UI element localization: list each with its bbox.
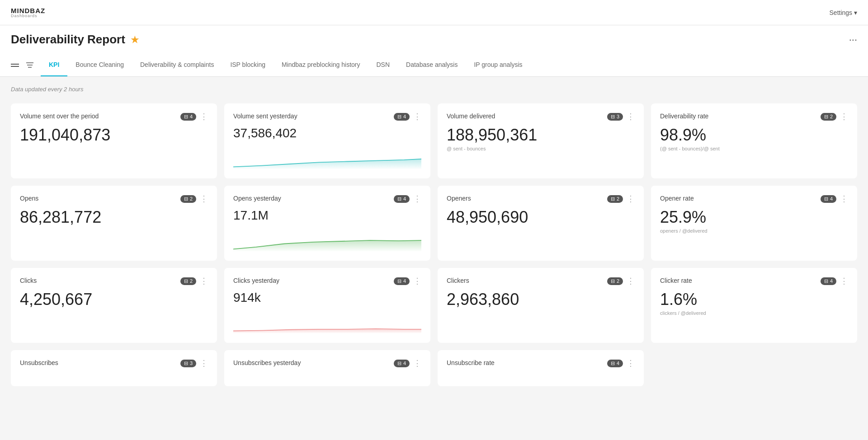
kpi-actions-opener-rate: ⊟ 4 ⋮ (821, 195, 848, 203)
kpi-more-clickers[interactable]: ⋮ (627, 277, 635, 285)
kpi-card-opens: Opens ⊟ 2 ⋮ 86,281,772 (11, 186, 217, 261)
filter-badge-unsubscribe-rate[interactable]: ⊟ 4 (607, 360, 623, 367)
kpi-sub-deliverability-rate: (@ sent - bounces)/@ sent (660, 146, 848, 151)
filter-badge-volume-delivered[interactable]: ⊟ 3 (607, 113, 623, 121)
kpi-card-clicks: Clicks ⊟ 2 ⋮ 4,250,667 (11, 268, 217, 343)
kpi-actions-clicks-yesterday: ⊟ 4 ⋮ (394, 277, 421, 285)
kpi-value-openers: 48,950,690 (447, 208, 635, 226)
filter-icon: ⊟ (611, 278, 615, 284)
filter-icon: ⊟ (184, 278, 188, 284)
filter-badge-opens[interactable]: ⊟ 2 (180, 195, 196, 203)
tab-dsn[interactable]: DSN (368, 54, 398, 76)
kpi-more-volume-sent-yesterday[interactable]: ⋮ (413, 112, 421, 121)
filter-icon: ⊟ (397, 360, 401, 366)
kpi-actions-clicker-rate: ⊟ 4 ⋮ (821, 277, 848, 285)
filter-icon: ⊟ (397, 114, 401, 120)
tab-database-analysis[interactable]: Database analysis (398, 54, 466, 76)
kpi-actions-deliverability-rate: ⊟ 2 ⋮ (821, 112, 848, 121)
kpi-more-unsubscribe-rate[interactable]: ⋮ (627, 359, 635, 367)
kpi-card-deliverability-rate: Deliverability rate ⊟ 2 ⋮ 98.9% (@ sent … (651, 103, 857, 178)
kpi-actions-volume-sent-yesterday: ⊟ 4 ⋮ (394, 112, 421, 121)
kpi-more-volume-sent-period[interactable]: ⋮ (200, 112, 208, 121)
sidebar-toggle-button[interactable] (11, 60, 19, 70)
kpi-card-clicker-rate: Clicker rate ⊟ 4 ⋮ 1.6% clickers / @deli… (651, 268, 857, 343)
filter-icon: ⊟ (611, 196, 615, 202)
tab-kpi[interactable]: KPI (41, 54, 67, 76)
kpi-title-volume-delivered: Volume delivered (447, 112, 495, 120)
kpi-title-volume-sent-yesterday: Volume sent yesterday (233, 112, 297, 120)
kpi-more-clicker-rate[interactable]: ⋮ (840, 277, 848, 285)
kpi-title-opens: Opens (20, 195, 38, 202)
tab-deliverability-complaints[interactable]: Deliverability & complaints (132, 54, 222, 76)
logo: MINDBAZ Dashboards (11, 7, 45, 18)
kpi-value-opens-yesterday: 17.1M (233, 208, 421, 223)
kpi-title-openers: Openers (447, 195, 471, 202)
tab-mindbaz-preblocking[interactable]: Mindbaz preblocking history (274, 54, 368, 76)
filter-icon: ⊟ (611, 360, 615, 366)
kpi-card-unsubscribe-rate: Unsubscribe rate ⊟ 4 ⋮ (438, 350, 644, 386)
filter-icon: ⊟ (824, 196, 828, 202)
filter-toggle-button[interactable] (26, 58, 33, 72)
kpi-value-opens: 86,281,772 (20, 208, 208, 226)
filter-badge-opener-rate[interactable]: ⊟ 4 (821, 195, 836, 203)
filter-badge-opens-yesterday[interactable]: ⊟ 4 (394, 195, 410, 203)
filter-count: 4 (617, 360, 619, 366)
kpi-more-unsubscribes[interactable]: ⋮ (200, 359, 208, 367)
kpi-more-opens[interactable]: ⋮ (200, 195, 208, 203)
tab-isp-blocking[interactable]: ISP blocking (222, 54, 274, 76)
kpi-more-deliverability-rate[interactable]: ⋮ (840, 112, 848, 121)
chart-opens-yesterday (233, 226, 421, 253)
kpi-more-openers[interactable]: ⋮ (627, 195, 635, 203)
kpi-more-unsubscribes-yesterday[interactable]: ⋮ (413, 359, 421, 367)
kpi-more-clicks[interactable]: ⋮ (200, 277, 208, 285)
filter-count: 3 (190, 360, 193, 366)
kpi-more-volume-delivered[interactable]: ⋮ (627, 112, 635, 121)
app-header: MINDBAZ Dashboards Settings ▾ (0, 0, 868, 25)
filter-icon: ⊟ (184, 196, 188, 202)
kpi-actions-clickers: ⊟ 2 ⋮ (607, 277, 635, 285)
filter-count: 2 (617, 278, 619, 284)
tab-ip-group-analysis[interactable]: IP group analysis (466, 54, 530, 76)
kpi-more-opens-yesterday[interactable]: ⋮ (413, 195, 421, 203)
kpi-actions-volume-delivered: ⊟ 3 ⋮ (607, 112, 635, 121)
filter-badge-deliverability-rate[interactable]: ⊟ 2 (821, 113, 836, 121)
kpi-more-clicks-yesterday[interactable]: ⋮ (413, 277, 421, 285)
kpi-card-clickers: Clickers ⊟ 2 ⋮ 2,963,860 (438, 268, 644, 343)
kpi-value-volume-sent-yesterday: 37,586,402 (233, 126, 421, 140)
filter-count: 4 (830, 196, 833, 201)
main-content: Data updated every 2 hours Volume sent o… (0, 77, 868, 395)
filter-icon: ⊟ (824, 278, 828, 284)
kpi-more-opener-rate[interactable]: ⋮ (840, 195, 848, 203)
kpi-sub-opener-rate: openers / @delivered (660, 228, 848, 234)
filter-badge-openers[interactable]: ⊟ 2 (607, 195, 623, 203)
filter-count: 4 (403, 278, 406, 284)
filter-icon: ⊟ (824, 114, 828, 120)
data-update-note: Data updated every 2 hours (11, 86, 857, 93)
favorite-star-icon[interactable]: ★ (131, 34, 139, 45)
kpi-title-opens-yesterday: Opens yesterday (233, 195, 281, 202)
kpi-value-clicker-rate: 1.6% (660, 290, 848, 309)
page-more-icon[interactable]: ··· (849, 34, 857, 46)
kpi-sub-volume-delivered: @ sent - bounces (447, 146, 635, 151)
tab-bounce-cleaning[interactable]: Bounce Cleaning (67, 54, 132, 76)
filter-badge-unsubscribes-yesterday[interactable]: ⊟ 4 (394, 360, 410, 367)
page-title: Deliverability Report ★ (11, 33, 139, 47)
kpi-card-opens-yesterday: Opens yesterday ⊟ 4 ⋮ 17.1M (224, 186, 430, 261)
page-title-text: Deliverability Report (11, 33, 125, 47)
nav-tabs: KPI Bounce Cleaning Deliverability & com… (41, 54, 531, 76)
filter-badge-clicker-rate[interactable]: ⊟ 4 (821, 277, 836, 285)
filter-count: 2 (830, 114, 833, 119)
filter-badge-volume-sent-period[interactable]: ⊟ 4 (180, 113, 196, 121)
filter-badge-clicks[interactable]: ⊟ 2 (180, 277, 196, 285)
filter-icon: ⊟ (184, 360, 188, 366)
kpi-value-deliverability-rate: 98.9% (660, 126, 848, 144)
kpi-title-clicks-yesterday: Clicks yesterday (233, 277, 279, 284)
chart-clicks-yesterday (233, 309, 421, 336)
filter-badge-unsubscribes[interactable]: ⊟ 3 (180, 360, 196, 367)
filter-count: 2 (190, 278, 193, 284)
filter-badge-clicks-yesterday[interactable]: ⊟ 4 (394, 277, 410, 285)
settings-button[interactable]: Settings ▾ (830, 9, 857, 16)
filter-badge-clickers[interactable]: ⊟ 2 (607, 277, 623, 285)
filter-badge-volume-sent-yesterday[interactable]: ⊟ 4 (394, 113, 410, 121)
kpi-actions-volume-sent-period: ⊟ 4 ⋮ (180, 112, 208, 121)
